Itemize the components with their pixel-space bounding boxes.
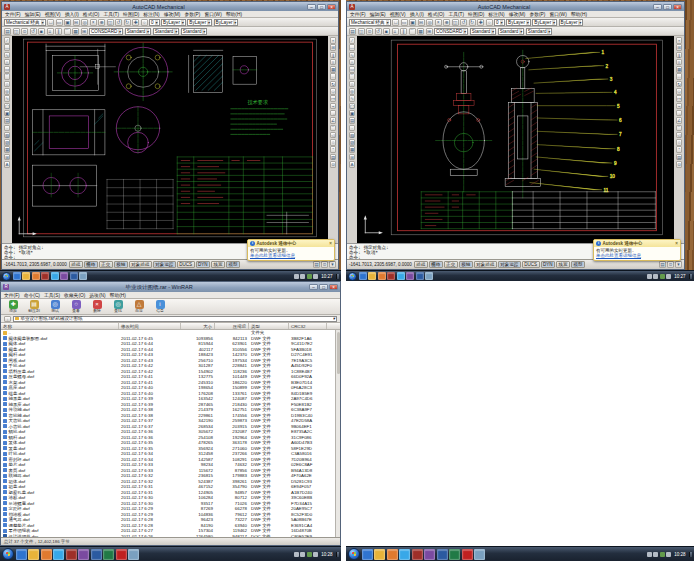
menu-item[interactable]: 窗口(W) — [549, 11, 566, 17]
rotate-icon[interactable]: ↻ — [676, 81, 683, 88]
show-desktop-button[interactable] — [689, 274, 693, 279]
taskbar-app-icon[interactable] — [397, 272, 405, 280]
zoom-icon[interactable]: ○ — [486, 19, 493, 26]
file-row[interactable]: 通气器.dwf 2011-02-17 6:28 96423 73227 DWF … — [1, 517, 340, 523]
file-row[interactable]: 阀体阀盖装配图.dwf 2011-02-17 6:45 1093856 8421… — [1, 336, 340, 342]
status-toggle[interactable]: 对象追踪 — [498, 261, 521, 268]
ellipse-icon[interactable]: ◯ — [349, 103, 356, 110]
taskbar-app-icon[interactable] — [368, 272, 376, 280]
stretch-icon[interactable]: ↦ — [676, 95, 683, 102]
taskbar-app-icon[interactable] — [474, 549, 485, 560]
copy-icon[interactable]: ⊞ — [676, 44, 683, 51]
cut-icon[interactable]: × — [435, 19, 442, 26]
menu-item[interactable]: 帮助(H) — [571, 11, 587, 17]
menu-item[interactable]: 文件(F) — [4, 292, 20, 298]
open-icon[interactable]: ▭ — [56, 19, 63, 26]
style-combo[interactable]: Standard▾ — [470, 28, 497, 35]
rectangle-icon[interactable]: ▭ — [4, 66, 11, 73]
tray-icon[interactable] — [660, 274, 665, 279]
tray-icon[interactable] — [313, 274, 318, 279]
lineweight-icon[interactable]: ∥ — [55, 28, 62, 35]
file-row[interactable]: 设计说明书.doc 2011-02-17 6:26 1264580 948217… — [1, 534, 340, 538]
plot-icon[interactable]: ⊟ — [73, 19, 80, 26]
titlebar[interactable]: A AutoCAD Mechanical – □ × — [2, 2, 338, 11]
menu-item[interactable]: 视图(V) — [390, 11, 406, 17]
annotation-scale-icon[interactable]: ⊙ — [667, 261, 674, 268]
tray-icon[interactable] — [313, 552, 318, 557]
balloon-link[interactable]: 单击此处查看详细信息 — [248, 253, 334, 261]
revcloud-icon[interactable]: ◎ — [349, 88, 356, 95]
match-icon[interactable]: ⊙ — [676, 161, 683, 168]
archiver-tool-button[interactable]: △ 向导 — [130, 300, 148, 314]
status-toggle[interactable]: 对象追踪 — [153, 261, 176, 268]
taskbar-app-icon[interactable] — [128, 549, 139, 560]
file-row[interactable]: 叶轮.dwf 2011-02-17 6:34 312458 237266 DWF… — [1, 451, 340, 457]
taskbar-app-icon[interactable] — [359, 272, 367, 280]
text-style-icon[interactable]: ⊞ — [426, 28, 433, 35]
trim-icon[interactable]: ¬ — [676, 103, 683, 110]
file-row[interactable]: 零件明细表.dwf 2011-02-17 6:27 157304 119462 … — [1, 528, 340, 534]
start-button[interactable] — [348, 272, 357, 281]
layer-properties-icon[interactable]: ◫ — [13, 28, 20, 35]
arc-icon[interactable]: ⌒ — [4, 73, 11, 80]
column-header[interactable]: 压缩后 — [215, 323, 249, 329]
status-toggle[interactable]: 正交 — [444, 261, 458, 268]
taskbar-clock[interactable]: 10:27 — [319, 274, 334, 279]
cut-icon[interactable]: × — [90, 19, 97, 26]
qnew-icon[interactable]: □ — [47, 19, 54, 26]
style-combo[interactable]: Standard▾ — [153, 28, 180, 35]
taskbar-app-icon[interactable] — [424, 549, 435, 560]
menu-item[interactable]: 视图(V) — [45, 11, 61, 17]
layers-icon[interactable]: ▤ — [349, 28, 356, 35]
file-row[interactable]: 端盖.dwf 2011-02-17 6:40 176208 133761 DWF… — [1, 391, 340, 397]
polygon-icon[interactable]: △ — [4, 59, 11, 66]
layer-combo[interactable]: 0▾ — [149, 19, 159, 26]
start-button[interactable] — [2, 548, 14, 560]
taskbar-app-icon[interactable] — [78, 549, 89, 560]
save-icon[interactable]: ▣ — [64, 19, 71, 26]
status-toggle[interactable]: 捕捉 — [69, 261, 83, 268]
rectangle-icon[interactable]: ▭ — [349, 66, 356, 73]
file-row[interactable]: 轴承盖.dwf 2011-02-17 6:39 163542 124087 DW… — [1, 396, 340, 402]
tray-icon[interactable] — [307, 274, 312, 279]
revcloud-icon[interactable]: ◎ — [4, 88, 11, 95]
menu-item[interactable]: 窗口(W) — [204, 11, 221, 17]
file-row[interactable]: 垫片.dwf 2011-02-17 6:33 98234 74632 DWF 文… — [1, 462, 340, 468]
file-row[interactable]: 支架.dwf 2011-02-17 6:41 245310 186220 DWF… — [1, 380, 340, 386]
color-control-icon[interactable]: ■ — [383, 28, 390, 35]
menu-item[interactable]: 工具(T) — [103, 11, 119, 17]
open-icon[interactable]: ▭ — [401, 19, 408, 26]
trim-icon[interactable]: ¬ — [330, 103, 337, 110]
taskbar-app-icon[interactable] — [70, 272, 78, 280]
arc-icon[interactable]: ⌒ — [349, 73, 356, 80]
chamfer-icon[interactable]: ◁ — [330, 132, 337, 139]
status-menu-icon[interactable]: ▾ — [329, 261, 336, 268]
gradient-icon[interactable]: ▧ — [4, 139, 11, 146]
file-row[interactable]: 调整垫片.dwf 2011-02-17 6:28 84190 63940 DWF… — [1, 523, 340, 529]
table-style-icon[interactable]: ▦ — [72, 28, 79, 35]
status-toggle[interactable]: 捕捉 — [414, 261, 428, 268]
copy-clip-icon[interactable]: ⊕ — [443, 19, 450, 26]
paste-icon[interactable]: ◫ — [452, 19, 459, 26]
status-toggle[interactable]: 栅格 — [84, 261, 98, 268]
show-desktop-button[interactable] — [336, 552, 340, 557]
save-icon[interactable]: ▣ — [409, 19, 416, 26]
taskbar-clock[interactable]: 10:27 — [672, 274, 687, 279]
taskbar-app-icon[interactable] — [41, 272, 49, 280]
pan-icon[interactable]: ✚ — [477, 19, 484, 26]
property-combo[interactable]: ByLayer▾ — [559, 19, 584, 26]
plot-preview-icon[interactable]: ◎ — [81, 19, 88, 26]
offset-icon[interactable]: ≡ — [676, 59, 683, 66]
file-row[interactable]: 阀杆.dwf 2011-02-17 6:43 188423 142370 DWF… — [1, 352, 340, 358]
tray-icon[interactable] — [300, 274, 305, 279]
plot-icon[interactable]: ⊟ — [418, 19, 425, 26]
status-toggle[interactable]: 线宽 — [556, 261, 570, 268]
archiver-tool-button[interactable]: ✚ 添加 — [4, 300, 22, 314]
circle-icon[interactable]: ○ — [4, 81, 11, 88]
file-row[interactable]: 观察孔盖.dwf 2011-02-17 6:31 124905 94857 DW… — [1, 490, 340, 496]
minimize-button[interactable]: – — [653, 4, 662, 10]
linetype-icon[interactable]: ≡ — [392, 28, 399, 35]
archiver-tool-button[interactable]: ◎ 查找 — [109, 300, 127, 314]
taskbar-app-icon[interactable] — [16, 549, 27, 560]
column-header[interactable]: CRC32 — [289, 323, 327, 329]
